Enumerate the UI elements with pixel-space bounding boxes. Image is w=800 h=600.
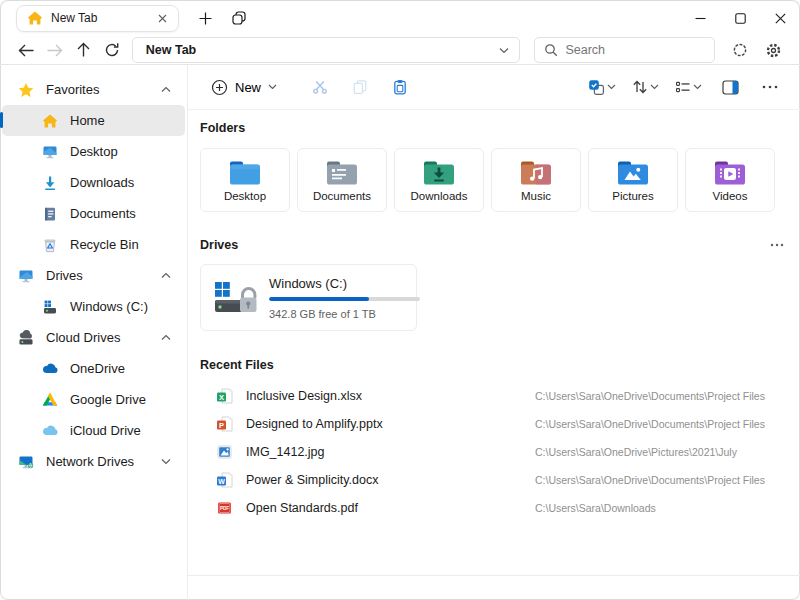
folder-card-label: Downloads — [411, 190, 468, 202]
file-path: C:\Users\Sara\OneDrive\Pictures\2021\Jul… — [535, 446, 737, 458]
sidebar-section-network-drives[interactable]: Network Drives — [2, 446, 185, 477]
folder-card-desktop[interactable]: Desktop — [200, 148, 290, 212]
sidebar-item-downloads[interactable]: Downloads — [2, 167, 185, 198]
sidebar-item-label: Desktop — [70, 144, 118, 159]
search-icon — [544, 43, 558, 57]
address-text: New Tab — [146, 43, 196, 57]
svg-text:W: W — [218, 478, 225, 485]
pdf-file-icon: PDF — [216, 500, 234, 516]
view-group — [584, 72, 786, 102]
layout-button[interactable] — [671, 72, 706, 102]
list-layout-icon — [675, 79, 691, 95]
address-bar[interactable]: New Tab — [132, 37, 521, 63]
folder-card-videos[interactable]: Videos — [685, 148, 775, 212]
file-row-jpg[interactable]: IMG_1412.jpg C:\Users\Sara\OneDrive\Pict… — [200, 438, 784, 466]
folder-card-music[interactable]: Music — [491, 148, 581, 212]
close-window-button[interactable] — [760, 0, 800, 36]
tab-close-button[interactable] — [152, 8, 172, 28]
maximize-button[interactable] — [720, 0, 760, 36]
tab-title: New Tab — [51, 11, 144, 25]
sidebar-item-google-drive[interactable]: Google Drive — [2, 384, 185, 415]
dotted-circle-icon — [732, 42, 748, 58]
drives-more-button[interactable] — [770, 243, 784, 247]
sidebar-item-documents[interactable]: Documents — [2, 198, 185, 229]
tab-new-tab[interactable]: New Tab — [16, 5, 179, 32]
sidebar-item-recycle-bin[interactable]: Recycle Bin — [2, 229, 185, 260]
sidebar-item-icloud-drive[interactable]: iCloud Drive — [2, 415, 185, 446]
ellipsis-icon — [770, 243, 784, 247]
select-options-button[interactable] — [584, 72, 620, 102]
drive-usage-fill — [269, 297, 369, 301]
new-button[interactable]: New — [202, 72, 286, 102]
content-area: New — [188, 65, 800, 600]
sidebar-section-cloud-drives[interactable]: Cloud Drives — [2, 322, 185, 353]
powerpoint-file-icon: P — [216, 416, 234, 432]
search-box[interactable] — [534, 37, 715, 63]
minimize-icon — [695, 13, 706, 24]
folders-section-header: Folders — [200, 121, 784, 135]
file-row-xlsx[interactable]: X Inclusive Design.xlsx C:\Users\Sara\On… — [200, 382, 784, 410]
google-drive-icon — [42, 392, 58, 408]
chevron-down-icon[interactable] — [499, 47, 509, 54]
sidebar-item-desktop[interactable]: Desktop — [2, 136, 185, 167]
sidebar-item-onedrive[interactable]: OneDrive — [2, 353, 185, 384]
file-row-pdf[interactable]: PDF Open Standards.pdf C:\Users\Sara\Dow… — [200, 494, 784, 522]
home-icon — [42, 113, 58, 129]
documents-folder-icon — [325, 159, 359, 187]
more-options-button[interactable] — [754, 72, 786, 102]
folder-card-downloads[interactable]: Downloads — [394, 148, 484, 212]
sidebar-section-favorites[interactable]: Favorites — [2, 74, 185, 105]
search-input[interactable] — [565, 43, 706, 57]
refresh-icon — [104, 42, 120, 58]
settings-button[interactable] — [759, 37, 788, 63]
file-explorer-window: New Tab — [0, 0, 800, 600]
cut-button[interactable] — [304, 72, 336, 102]
file-name: Designed to Amplify.pptx — [246, 417, 535, 431]
sort-button[interactable] — [628, 72, 663, 102]
arrow-right-icon — [46, 43, 63, 58]
paste-button[interactable] — [384, 72, 416, 102]
download-icon — [42, 175, 58, 191]
sidebar-item-label: Home — [70, 113, 105, 128]
drive-name: Windows (C:) — [269, 276, 420, 291]
sidebar-item-label: Recycle Bin — [70, 237, 139, 252]
sidebar-item-windows-c[interactable]: Windows (C:) — [2, 291, 185, 322]
file-row-docx[interactable]: W Power & Simplicity.docx C:\Users\Sara\… — [200, 466, 784, 494]
sidebar-item-home[interactable]: Home — [2, 105, 185, 136]
sidebar-section-drives[interactable]: Drives — [2, 260, 185, 291]
back-button[interactable] — [12, 37, 40, 63]
status-center-button[interactable] — [725, 37, 754, 63]
close-icon — [158, 14, 167, 23]
up-button[interactable] — [69, 37, 97, 63]
duplicate-tab-button[interactable] — [225, 4, 253, 32]
onedrive-icon — [42, 361, 58, 377]
document-icon — [42, 206, 58, 222]
drive-usage-bar — [269, 297, 420, 301]
chevron-up-icon[interactable] — [161, 334, 171, 341]
folder-cards: Desktop Documents Downloads — [200, 148, 784, 212]
svg-text:P: P — [219, 421, 224, 430]
scissors-icon — [312, 79, 328, 95]
forward-button[interactable] — [40, 37, 68, 63]
copy-button[interactable] — [344, 72, 376, 102]
sidebar-item-label: Cloud Drives — [46, 330, 120, 345]
chevron-up-icon[interactable] — [161, 272, 171, 279]
folder-card-documents[interactable]: Documents — [297, 148, 387, 212]
file-row-pptx[interactable]: P Designed to Amplify.pptx C:\Users\Sara… — [200, 410, 784, 438]
monitor-icon — [18, 268, 34, 284]
new-tab-button[interactable] — [191, 4, 219, 32]
arrow-up-icon — [76, 42, 91, 58]
minimize-button[interactable] — [680, 0, 720, 36]
drive-card-windows-c[interactable]: Windows (C:) 342.8 GB free of 1 TB — [200, 264, 417, 331]
chevron-down-icon[interactable] — [161, 458, 171, 465]
folder-card-pictures[interactable]: Pictures — [588, 148, 678, 212]
drives-heading: Drives — [200, 238, 238, 252]
downloads-folder-icon — [422, 159, 456, 187]
details-pane-button[interactable] — [714, 72, 746, 102]
duplicate-window-icon — [231, 10, 247, 26]
refresh-button[interactable] — [97, 37, 125, 63]
recent-files-list: X Inclusive Design.xlsx C:\Users\Sara\On… — [200, 382, 784, 522]
chevron-up-icon[interactable] — [161, 86, 171, 93]
sidebar-item-label: Network Drives — [46, 454, 134, 469]
file-name: IMG_1412.jpg — [246, 445, 535, 459]
